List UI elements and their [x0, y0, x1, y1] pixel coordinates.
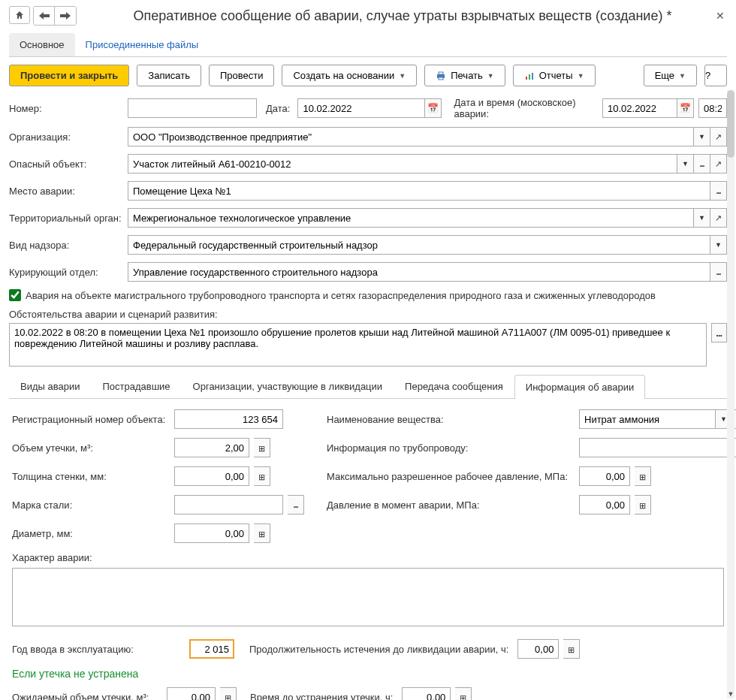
steel-grade-input[interactable] — [174, 495, 283, 514]
accident-datetime-label: Дата и время (московское) аварии: — [454, 97, 595, 119]
wall-thickness-input[interactable] — [174, 466, 249, 486]
expected-leak-volume-input[interactable] — [167, 687, 216, 700]
accident-character-label: Характер аварии: — [12, 552, 724, 563]
steel-grade-label: Марка стали: — [12, 499, 170, 511]
calendar-icon[interactable]: 📅 — [425, 98, 442, 118]
calculator-icon[interactable] — [254, 523, 270, 543]
reports-label: Отчеты — [539, 70, 573, 81]
back-button[interactable] — [34, 7, 55, 25]
svg-rect-4 — [529, 74, 530, 80]
ellipsis-icon[interactable]: ... — [288, 495, 304, 514]
commissioning-year-input[interactable] — [189, 639, 234, 659]
expected-leak-volume-label: Ожидаемый объем утечки, м³: — [12, 692, 162, 701]
duration-label: Продолжительность истечения до ликвидаци… — [249, 644, 508, 655]
write-button[interactable]: Записать — [137, 65, 201, 86]
more-label: Еще — [655, 70, 674, 81]
svg-rect-1 — [439, 72, 443, 74]
organization-input[interactable] — [128, 127, 694, 146]
accident-date-input[interactable] — [602, 98, 677, 118]
dropdown-icon[interactable]: ▼ — [694, 127, 710, 146]
calculator-icon[interactable] — [635, 466, 651, 486]
supervision-type-label: Вид надзора: — [9, 240, 123, 251]
territorial-body-label: Территориальный орган: — [9, 213, 123, 224]
date-input[interactable] — [297, 98, 425, 118]
tab-accident-types[interactable]: Виды аварии — [9, 374, 91, 398]
chevron-down-icon: ▼ — [487, 72, 494, 80]
pipeline-accident-label: Авария на объекте магистрального трубопр… — [26, 290, 656, 301]
ellipsis-icon[interactable]: ... — [710, 181, 727, 201]
scroll-thumb[interactable] — [727, 90, 734, 158]
leak-not-fixed-heading: Если утечка не устранена — [12, 668, 724, 680]
tab-main[interactable]: Основное — [9, 33, 75, 56]
tab-attached-files[interactable]: Присоединенные файлы — [75, 33, 210, 56]
calculator-icon[interactable] — [455, 687, 472, 700]
pipe-info-label: Информация по трубопроводу: — [327, 442, 575, 454]
tab-victims[interactable]: Пострадавшие — [91, 374, 181, 398]
scroll-down-icon[interactable]: ▼ — [727, 689, 734, 698]
home-button[interactable] — [9, 6, 30, 24]
number-label: Номер: — [9, 103, 123, 114]
leak-volume-input[interactable] — [174, 438, 249, 457]
close-icon[interactable]: ✕ — [713, 9, 727, 23]
svg-rect-2 — [439, 77, 443, 80]
open-icon[interactable]: ↗ — [710, 127, 727, 146]
print-label: Печать — [451, 70, 483, 81]
calendar-icon[interactable]: 📅 — [677, 98, 694, 118]
pipe-info-input[interactable] — [579, 438, 736, 457]
max-pressure-input[interactable] — [579, 466, 630, 486]
calculator-icon[interactable] — [220, 687, 237, 700]
chevron-down-icon: ▼ — [578, 72, 584, 80]
reports-button[interactable]: Отчеты ▼ — [513, 65, 596, 86]
ellipsis-icon[interactable]: ... — [694, 154, 710, 173]
territorial-body-input[interactable] — [128, 208, 694, 228]
more-button[interactable]: Еще ▼ — [644, 65, 697, 86]
calculator-icon[interactable] — [254, 466, 270, 486]
chevron-down-icon: ▼ — [679, 72, 686, 80]
dropdown-icon[interactable]: ▼ — [710, 235, 727, 255]
max-pressure-label: Максимально разрешенное рабочее давление… — [327, 471, 575, 482]
chevron-down-icon: ▼ — [399, 72, 406, 80]
accident-place-input[interactable] — [128, 181, 710, 201]
accident-character-textarea[interactable] — [12, 568, 724, 626]
vertical-scrollbar[interactable]: ▼ — [727, 90, 734, 698]
accident-pressure-input[interactable] — [579, 495, 630, 514]
open-icon[interactable]: ↗ — [710, 154, 727, 173]
circumstances-label: Обстоятельства аварии и сценарий развити… — [9, 309, 727, 320]
substance-input[interactable] — [579, 409, 716, 429]
dropdown-icon[interactable]: ▼ — [694, 208, 710, 228]
tab-accident-info[interactable]: Информация об аварии — [514, 375, 645, 399]
calculator-icon[interactable] — [635, 495, 651, 514]
tab-liquidation-orgs[interactable]: Организации, участвующие в ликвидации — [182, 374, 394, 398]
open-icon[interactable]: ↗ — [710, 208, 727, 228]
svg-rect-3 — [526, 77, 527, 80]
accident-time-input[interactable] — [698, 98, 727, 118]
accident-place-label: Место аварии: — [9, 186, 123, 197]
duration-input[interactable] — [517, 639, 559, 659]
post-and-close-button[interactable]: Провести и закрыть — [9, 65, 129, 86]
dropdown-icon[interactable]: ▼ — [677, 154, 694, 173]
create-based-on-button[interactable]: Создать на основании ▼ — [282, 65, 417, 86]
post-button[interactable]: Провести — [209, 65, 275, 86]
number-input[interactable] — [128, 98, 257, 118]
reg-number-input[interactable] — [174, 409, 283, 429]
fix-time-input[interactable] — [402, 687, 451, 700]
hazardous-object-input[interactable] — [128, 154, 677, 173]
tab-message-transfer[interactable]: Передача сообщения — [394, 374, 514, 398]
diameter-input[interactable] — [174, 523, 249, 543]
forward-button[interactable] — [55, 7, 76, 25]
hazardous-object-label: Опасный объект: — [9, 158, 123, 170]
ellipsis-icon[interactable]: ... — [710, 262, 727, 282]
leak-volume-label: Объем утечки, м³: — [12, 442, 170, 454]
calculator-icon[interactable] — [563, 639, 580, 659]
department-input[interactable] — [128, 262, 710, 282]
calculator-icon[interactable] — [254, 438, 270, 457]
pipeline-accident-checkbox[interactable] — [9, 289, 21, 301]
organization-label: Организация: — [9, 131, 123, 143]
help-button[interactable]: ? — [704, 65, 727, 86]
circumstances-textarea[interactable] — [9, 323, 707, 367]
print-button[interactable]: Печать ▼ — [424, 65, 505, 86]
page-title: Оперативное сообщение об аварии, случае … — [92, 8, 713, 24]
diameter-label: Диаметр, мм: — [12, 528, 170, 539]
supervision-type-input[interactable] — [128, 235, 710, 255]
ellipsis-icon[interactable]: ... — [711, 323, 727, 342]
